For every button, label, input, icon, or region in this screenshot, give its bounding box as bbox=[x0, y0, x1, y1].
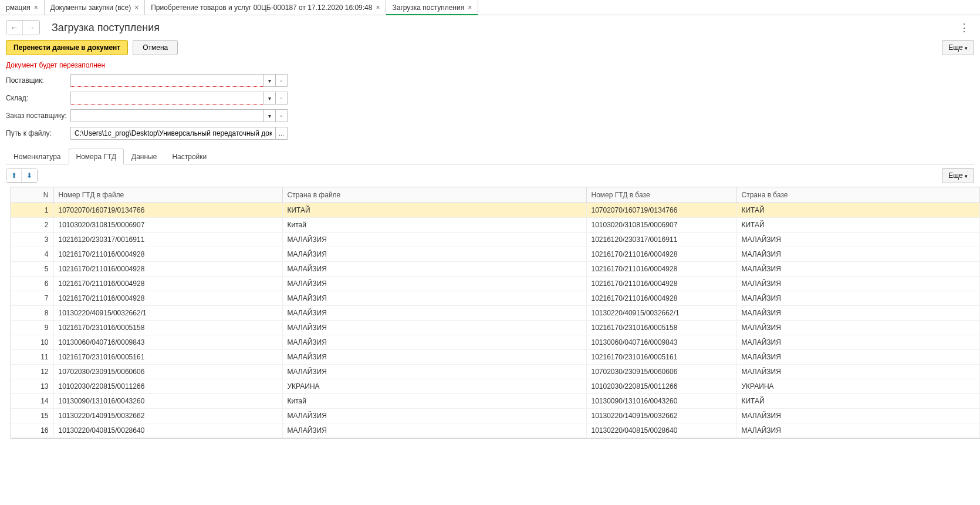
nav-back-button[interactable]: ← bbox=[6, 21, 23, 35]
cell-gtdDb: 10216170/211016/0004928 bbox=[586, 277, 736, 291]
cell-countryDb: МАЛАЙЗИЯ bbox=[736, 409, 980, 423]
table-row[interactable]: 1210702030/230915/0060606МАЛАЙЗИЯ1070203… bbox=[11, 365, 980, 379]
table-row[interactable]: 710216170/211016/0004928МАЛАЙЗИЯ10216170… bbox=[11, 291, 980, 306]
cell-gtdFile: 10103020/310815/0006907 bbox=[53, 218, 282, 233]
cell-countryFile: МАЛАЙЗИЯ bbox=[282, 277, 586, 291]
table-row[interactable]: 1610130220/040815/0028640МАЛАЙЗИЯ1013022… bbox=[11, 423, 980, 438]
supplier-input[interactable] bbox=[70, 74, 264, 87]
table-row[interactable]: 610216170/211016/0004928МАЛАЙЗИЯ10216170… bbox=[11, 277, 980, 291]
cell-countryFile: Китай bbox=[282, 394, 586, 409]
cell-countryDb: МАЛАЙЗИЯ bbox=[736, 335, 980, 350]
order-input[interactable] bbox=[70, 109, 264, 122]
cell-countryFile: МАЛАЙЗИЯ bbox=[282, 423, 586, 438]
cell-n: 15 bbox=[11, 409, 53, 423]
open-dialog-icon[interactable]: ▫ bbox=[276, 109, 288, 122]
warning-text: Документ будет перезаполнен bbox=[0, 59, 980, 73]
cell-gtdFile: 10216170/211016/0004928 bbox=[53, 277, 282, 291]
tab-label: рмация bbox=[6, 4, 31, 12]
cell-gtdFile: 10216170/231016/0005161 bbox=[53, 350, 282, 365]
kebab-menu-icon[interactable]: ⋮ bbox=[959, 21, 969, 34]
open-dialog-icon[interactable]: ▫ bbox=[276, 74, 288, 87]
table-row[interactable]: 510216170/211016/0004928МАЛАЙЗИЯ10216170… bbox=[11, 262, 980, 277]
table-row[interactable]: 1510130220/140915/0032662МАЛАЙЗИЯ1013022… bbox=[11, 409, 980, 423]
cell-gtdFile: 10130220/40915/0032662/1 bbox=[53, 306, 282, 321]
sub-tab[interactable]: Настройки bbox=[164, 149, 214, 164]
cell-gtdDb: 10216170/211016/0004928 bbox=[586, 291, 736, 306]
cell-n: 1 bbox=[11, 203, 53, 218]
col-header-country-db[interactable]: Страна в базе bbox=[736, 187, 980, 203]
table-row[interactable]: 310216120/230317/0016911МАЛАЙЗИЯ10216120… bbox=[11, 233, 980, 247]
table-more-button[interactable]: Еще ▾ bbox=[942, 168, 974, 183]
table-row[interactable]: 810130220/40915/0032662/1МАЛАЙЗИЯ1013022… bbox=[11, 306, 980, 321]
action-bar: Перенести данные в документ Отмена Еще ▾ bbox=[0, 40, 980, 59]
top-tab[interactable]: рмация× bbox=[0, 0, 45, 15]
cell-countryFile: МАЛАЙЗИЯ bbox=[282, 335, 586, 350]
col-header-gtd-db[interactable]: Номер ГТД в базе bbox=[586, 187, 736, 203]
table-row[interactable]: 210103020/310815/0006907Китай10103020/31… bbox=[11, 218, 980, 233]
cancel-button[interactable]: Отмена bbox=[133, 40, 178, 55]
close-icon[interactable]: × bbox=[34, 4, 38, 12]
sub-tab[interactable]: Номера ГТД bbox=[69, 149, 124, 164]
sub-tabs: НоменклатураНомера ГТДДанныеНастройки bbox=[6, 148, 974, 164]
cell-gtdDb: 10216170/231016/0005161 bbox=[586, 350, 736, 365]
cell-gtdDb: 10216170/231016/0005158 bbox=[586, 321, 736, 335]
dropdown-icon[interactable]: ▾ bbox=[264, 74, 276, 87]
cell-countryDb: МАЛАЙЗИЯ bbox=[736, 306, 980, 321]
filepath-label: Путь к файлу: bbox=[6, 129, 70, 137]
open-dialog-icon[interactable]: ▫ bbox=[276, 92, 288, 105]
close-icon[interactable]: × bbox=[468, 4, 472, 12]
arrow-down-icon: ⬇ bbox=[26, 171, 32, 180]
col-header-country-file[interactable]: Страна в файле bbox=[282, 187, 586, 203]
cell-n: 13 bbox=[11, 379, 53, 394]
cell-countryDb: МАЛАЙЗИЯ bbox=[736, 233, 980, 247]
nav-forward-button[interactable]: → bbox=[23, 21, 39, 35]
top-tab[interactable]: Загрузка поступления× bbox=[386, 1, 478, 15]
cell-gtdFile: 10102030/220815/0011266 bbox=[53, 379, 282, 394]
cell-gtdDb: 10216120/230317/0016911 bbox=[586, 233, 736, 247]
move-up-button[interactable]: ⬆ bbox=[6, 169, 22, 182]
warehouse-input[interactable] bbox=[70, 92, 264, 105]
tab-label: Документы закупки (все) bbox=[50, 4, 131, 12]
browse-icon[interactable]: … bbox=[276, 127, 288, 140]
col-header-gtd-file[interactable]: Номер ГТД в файле bbox=[53, 187, 282, 203]
tab-label: Загрузка поступления bbox=[392, 4, 464, 12]
close-icon[interactable]: × bbox=[134, 4, 138, 12]
table-row[interactable]: 910216170/231016/0005158МАЛАЙЗИЯ10216170… bbox=[11, 321, 980, 335]
order-label: Заказ поставщику: bbox=[6, 112, 70, 120]
gtd-table: N Номер ГТД в файле Страна в файле Номер… bbox=[11, 187, 980, 439]
title-toolbar: ← → Загрузка поступления ⋮ bbox=[0, 15, 980, 40]
move-down-button[interactable]: ⬇ bbox=[22, 169, 37, 182]
arrow-up-icon: ⬆ bbox=[11, 171, 17, 180]
col-header-n[interactable]: N bbox=[11, 187, 53, 203]
table-row[interactable]: 1310102030/220815/0011266УКРАИНА10102030… bbox=[11, 379, 980, 394]
cell-n: 12 bbox=[11, 365, 53, 379]
close-icon[interactable]: × bbox=[376, 4, 380, 12]
cell-gtdDb: 10130220/140915/0032662 bbox=[586, 409, 736, 423]
dropdown-icon[interactable]: ▾ bbox=[264, 92, 276, 105]
filepath-input[interactable] bbox=[70, 127, 276, 140]
cell-n: 11 bbox=[11, 350, 53, 365]
sub-tab[interactable]: Номенклатура bbox=[6, 149, 69, 164]
dropdown-icon[interactable]: ▾ bbox=[264, 109, 276, 122]
table-row[interactable]: 410216170/211016/0004928МАЛАЙЗИЯ10216170… bbox=[11, 247, 980, 262]
cell-n: 6 bbox=[11, 277, 53, 291]
cell-gtdDb: 10216170/211016/0004928 bbox=[586, 262, 736, 277]
top-tab[interactable]: Документы закупки (все)× bbox=[45, 0, 145, 15]
page-title: Загрузка поступления bbox=[52, 22, 160, 34]
sub-tab[interactable]: Данные bbox=[124, 149, 164, 164]
table-row[interactable]: 1010130060/040716/0009843МАЛАЙЗИЯ1013006… bbox=[11, 335, 980, 350]
table-row[interactable]: 1410130090/131016/0043260Китай10130090/1… bbox=[11, 394, 980, 409]
more-button[interactable]: Еще ▾ bbox=[942, 40, 974, 55]
table-row[interactable]: 110702070/160719/0134766КИТАЙ10702070/16… bbox=[11, 203, 980, 218]
cell-countryDb: МАЛАЙЗИЯ bbox=[736, 247, 980, 262]
transfer-data-button[interactable]: Перенести данные в документ bbox=[6, 40, 128, 55]
top-tab[interactable]: Приобретение товаров и услуг 00ЦБ-000187… bbox=[145, 0, 386, 15]
table-row[interactable]: 1110216170/231016/0005161МАЛАЙЗИЯ1021617… bbox=[11, 350, 980, 365]
cell-n: 16 bbox=[11, 423, 53, 438]
cell-countryFile: МАЛАЙЗИЯ bbox=[282, 291, 586, 306]
cell-gtdDb: 10702070/160719/0134766 bbox=[586, 203, 736, 218]
cell-gtdFile: 10216170/211016/0004928 bbox=[53, 262, 282, 277]
cell-countryFile: МАЛАЙЗИЯ bbox=[282, 233, 586, 247]
table-toolbar: ⬆ ⬇ Еще ▾ bbox=[0, 164, 980, 187]
cell-gtdDb: 10130220/040815/0028640 bbox=[586, 423, 736, 438]
